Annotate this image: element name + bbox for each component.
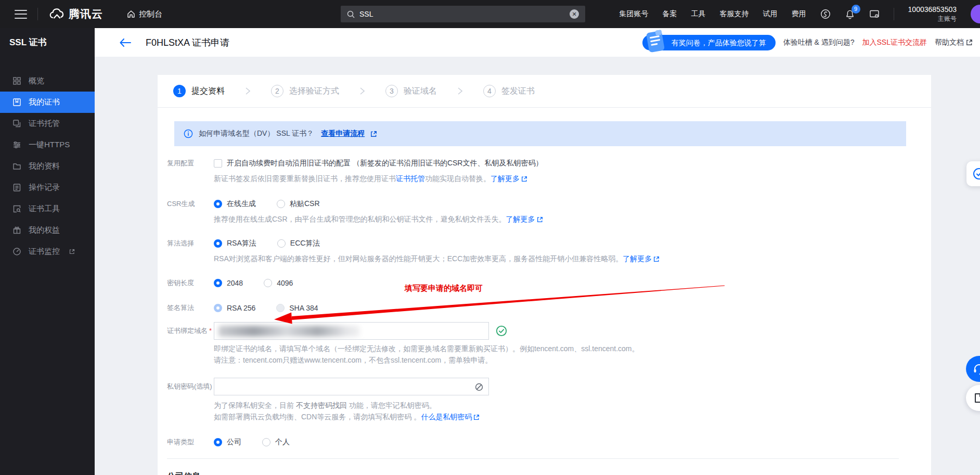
- avatar[interactable]: [971, 5, 980, 23]
- topbar-item-billing[interactable]: 费用: [792, 9, 806, 19]
- sidebar-item-my-profile[interactable]: 我的资料: [0, 156, 95, 177]
- keylen-2048-radio[interactable]: [214, 279, 222, 287]
- sidebar-title: SSL 证书: [0, 28, 95, 57]
- step-number: 2: [271, 85, 283, 97]
- help-doc-link[interactable]: 帮助文档: [935, 38, 973, 47]
- external-link-icon: [473, 414, 480, 420]
- radio-label: 4096: [277, 279, 293, 287]
- sidebar-item-label: 证书监控: [29, 247, 60, 256]
- form-row-csr: CSR生成 在线生成 粘贴CSR 推荐使用在线生成CSR，由平台生成和管理您的私…: [167, 198, 931, 224]
- learn-more-link[interactable]: 了解更多: [623, 254, 652, 263]
- algo-ecc-radio[interactable]: [277, 239, 286, 248]
- back-arrow-icon[interactable]: [120, 38, 131, 47]
- sidebar: SSL 证书 概览 我的证书: [0, 28, 95, 475]
- radio-label: 粘贴CSR: [290, 199, 320, 209]
- chevron-right-icon: [458, 87, 462, 95]
- type-company-radio[interactable]: [214, 438, 222, 446]
- page-header: F0HLStXA 证书申请 有奖问卷，产品体验您说了算 体验吐槽 & 遇到问题?…: [95, 28, 980, 57]
- sidebar-item-cert-monitor[interactable]: 证书监控: [0, 241, 95, 262]
- tencent-cloud-logo[interactable]: 腾讯云: [48, 7, 103, 21]
- external-link-icon: [653, 256, 660, 262]
- hamburger-menu-icon[interactable]: [15, 10, 27, 19]
- form-row-key-length: 密钥长度 2048 4096: [167, 277, 931, 289]
- cloud-logo-icon: [48, 8, 64, 20]
- learn-more-link[interactable]: 了解更多: [491, 174, 520, 183]
- floating-survey-button[interactable]: [966, 161, 980, 186]
- cert-hosting-link[interactable]: 证书托管: [396, 174, 425, 183]
- radio-label: SHA 384: [289, 304, 318, 312]
- step-issue-cert: 4 签发证书: [483, 85, 535, 97]
- step-label: 验证域名: [404, 86, 437, 97]
- algo-rsa-radio[interactable]: [214, 239, 222, 248]
- sidebar-item-label: 我的资料: [29, 161, 60, 171]
- topbar-item-group-account[interactable]: 集团账号: [620, 9, 649, 19]
- keylen-4096-radio[interactable]: [264, 279, 272, 287]
- topbar-divider: [37, 8, 38, 20]
- survey-button[interactable]: 有奖问卷，产品体验您说了算: [642, 35, 776, 50]
- required-asterisk: *: [209, 327, 212, 335]
- application-form-card: 1 提交资料 2 选择验证方式 3 验证域名 4 签发证书: [158, 75, 931, 475]
- sidebar-item-operation-log[interactable]: 操作记录: [0, 177, 95, 198]
- learn-more-link[interactable]: 了解更多: [506, 215, 535, 223]
- info-banner: 如何申请域名型（DV） SSL 证书？ 查看申请流程: [174, 121, 906, 146]
- folder-icon: [12, 162, 21, 171]
- notification-bell-icon[interactable]: 9: [845, 9, 855, 20]
- sig-sha384-radio[interactable]: [276, 304, 285, 312]
- radio-label: RSA算法: [227, 239, 256, 248]
- sidebar-item-one-click-https[interactable]: 一键HTTPS: [0, 134, 95, 156]
- field-label: 签名算法: [167, 302, 214, 314]
- sig-rsa256-radio[interactable]: [214, 304, 222, 312]
- reuse-helper-text: 新证书签发后依旧需要重新替换旧证书，推荐您使用证书证书托管功能实现自动替换。了解…: [214, 174, 931, 184]
- topbar-item-icp[interactable]: 备案: [663, 9, 677, 19]
- field-label: 算法选择: [167, 238, 214, 264]
- console-link[interactable]: 控制台: [127, 9, 162, 19]
- what-is-key-password-link[interactable]: 什么是私钥密码: [421, 413, 472, 421]
- external-link-icon: [966, 39, 973, 46]
- sidebar-item-label: 证书托管: [29, 119, 60, 129]
- logo-text: 腾讯云: [69, 7, 103, 21]
- csr-paste-radio[interactable]: [277, 200, 285, 208]
- csr-online-radio[interactable]: [214, 200, 222, 208]
- survey-button-label: 有奖问卷，产品体验您说了算: [672, 38, 766, 47]
- join-group-link[interactable]: 加入SSL证书交流群: [862, 38, 927, 47]
- field-label: 申请类型: [167, 437, 214, 448]
- topbar-item-trial[interactable]: 试用: [763, 9, 778, 19]
- chevron-right-icon: [360, 87, 365, 95]
- sidebar-item-cert-tools[interactable]: 证书工具: [0, 198, 95, 220]
- radio-label: 在线生成: [227, 199, 256, 209]
- reuse-config-checkbox[interactable]: [214, 159, 222, 168]
- pwd-helper-2: 如需部署腾讯云负载均衡、CDN等云服务，请勿填写私钥密码 。什么是私钥密码: [214, 412, 931, 422]
- pwd-helper-1: 为了保障私钥安全，目前 不支持密码找回 功能，请您牢记私钥密码。: [214, 401, 931, 410]
- sidebar-item-my-certificates[interactable]: 我的证书: [0, 92, 95, 113]
- currency-icon[interactable]: [820, 9, 831, 19]
- stepper: 1 提交资料 2 选择验证方式 3 验证域名 4 签发证书: [158, 75, 931, 108]
- search-input[interactable]: [359, 10, 565, 18]
- page-header-right: 有奖问卷，产品体验您说了算 体验吐槽 & 遇到问题? 加入SSL证书交流群 帮助…: [642, 35, 973, 50]
- form-row-private-key-password: 私钥密码(选填) 为了保障私钥安全，目前 不支持密码找回 功能，请您牢记私钥密码…: [167, 378, 931, 422]
- survey-float-icon: [972, 167, 980, 181]
- red-annotation-text: 填写要申请的域名即可: [405, 284, 483, 293]
- step-verify-domain: 3 验证域名: [385, 85, 437, 97]
- valid-check-icon: [496, 325, 507, 337]
- private-key-password-input[interactable]: [214, 378, 488, 395]
- certificate-form: 复用配置 开启自动续费时自动沿用旧证书的配置 （新签发的证书沿用旧证书的CSR文…: [158, 146, 931, 475]
- search-icon: [347, 10, 355, 18]
- sidebar-item-my-benefits[interactable]: 我的权益: [0, 220, 95, 241]
- topbar-item-support[interactable]: 客服支持: [720, 9, 749, 19]
- radio-label: 个人: [275, 438, 290, 447]
- sidebar-item-overview[interactable]: 概览: [0, 70, 95, 92]
- step-number: 3: [385, 85, 398, 97]
- eye-slash-icon[interactable]: [474, 382, 484, 392]
- search-clear-icon[interactable]: ✕: [570, 9, 579, 19]
- external-link-icon: [69, 249, 75, 254]
- global-search-box[interactable]: ✕: [341, 6, 585, 22]
- view-process-link[interactable]: 查看申请流程: [321, 129, 365, 138]
- gauge-icon: [12, 247, 21, 256]
- type-personal-radio[interactable]: [262, 438, 270, 446]
- account-info[interactable]: 100036853503 主账号: [908, 5, 957, 23]
- redacted-domain-value: [218, 326, 360, 337]
- sidebar-item-label: 我的权益: [29, 225, 60, 235]
- sidebar-item-cert-hosting[interactable]: 证书托管: [0, 113, 95, 134]
- topbar-item-tools[interactable]: 工具: [691, 9, 706, 19]
- console-settings-icon[interactable]: [869, 9, 880, 19]
